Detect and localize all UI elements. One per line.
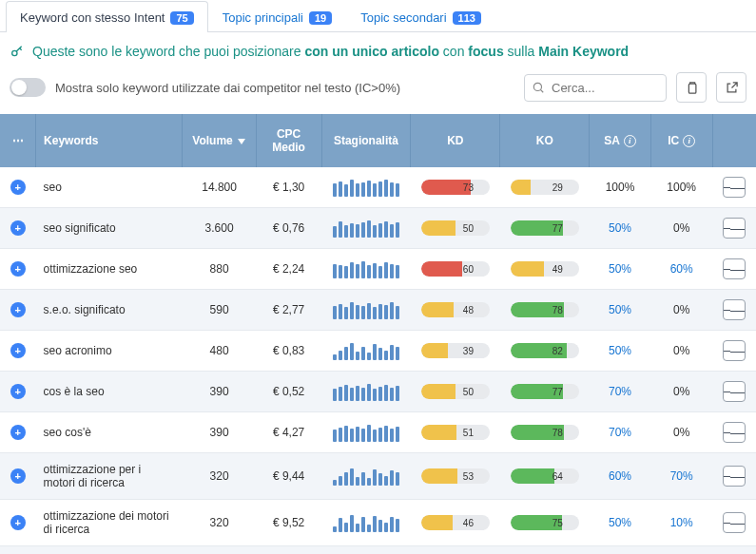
ko-cell: 77 bbox=[500, 372, 590, 412]
ic-cell: 100% bbox=[650, 167, 712, 208]
table-row: +seo significato3.600€ 0,76507750%0% bbox=[0, 208, 756, 249]
expand-row-button[interactable]: + bbox=[10, 302, 26, 317]
clipboard-icon bbox=[685, 81, 699, 95]
keyword-cell: ottimizzazione per i motori di ricerca bbox=[36, 453, 183, 500]
col-expand[interactable]: ⋯ bbox=[0, 114, 36, 167]
table-row: +s.e.o. significato590€ 2,77487850%0% bbox=[0, 290, 756, 331]
table-row: +seo cos'è390€ 4,27517870%0% bbox=[0, 412, 756, 453]
volume-cell: 320 bbox=[183, 546, 256, 555]
row-menu-button[interactable] bbox=[723, 177, 746, 198]
kd-cell: 50 bbox=[411, 208, 500, 249]
sa-cell[interactable]: 50% bbox=[590, 331, 651, 372]
col-cpc[interactable]: CPC Medio bbox=[256, 114, 321, 167]
row-menu-button[interactable] bbox=[723, 340, 746, 361]
row-menu-button[interactable] bbox=[723, 422, 746, 443]
col-actions bbox=[712, 114, 756, 167]
col-season[interactable]: Stagionalità bbox=[321, 114, 411, 167]
ic-cell[interactable]: 10% bbox=[650, 500, 712, 546]
cpc-cell: € 9,52 bbox=[256, 546, 321, 555]
row-menu-button[interactable] bbox=[723, 512, 746, 533]
expand-row-button[interactable]: + bbox=[10, 515, 26, 530]
seasonality-cell bbox=[321, 331, 411, 372]
ic-cell: 0% bbox=[650, 372, 712, 412]
expand-row-button[interactable]: + bbox=[10, 180, 26, 195]
col-volume[interactable]: Volume bbox=[183, 114, 256, 167]
tab-label: Topic principali bbox=[223, 10, 303, 25]
row-menu-button[interactable] bbox=[723, 381, 746, 402]
sa-cell[interactable]: 50% bbox=[590, 249, 651, 290]
ic-cell: 0% bbox=[650, 331, 712, 372]
volume-cell: 480 bbox=[183, 331, 256, 372]
ko-cell: 82 bbox=[500, 331, 590, 372]
sa-cell[interactable]: 70% bbox=[590, 412, 651, 453]
seasonality-cell bbox=[321, 290, 411, 331]
sa-cell[interactable]: 60% bbox=[590, 453, 651, 500]
row-menu-button[interactable] bbox=[723, 218, 746, 239]
sa-cell[interactable]: 70% bbox=[590, 372, 651, 412]
search-wrap bbox=[524, 74, 667, 102]
kd-cell: 46 bbox=[411, 500, 500, 546]
expand-row-button[interactable]: + bbox=[10, 261, 26, 277]
copy-button[interactable] bbox=[676, 72, 707, 103]
tab-badge: 113 bbox=[453, 11, 481, 25]
tab-badge: 75 bbox=[170, 11, 193, 25]
kd-cell: 53 bbox=[411, 453, 500, 500]
info-icon: i bbox=[683, 135, 695, 147]
cpc-cell: € 9,44 bbox=[256, 453, 321, 500]
tab-0[interactable]: Keyword con stesso Intent75 bbox=[6, 1, 208, 32]
kd-cell: 73 bbox=[411, 167, 500, 208]
kd-cell: 50 bbox=[411, 372, 500, 412]
export-button[interactable] bbox=[716, 72, 746, 103]
ic-cell: 0% bbox=[650, 208, 712, 249]
seasonality-cell bbox=[321, 546, 411, 555]
volume-cell: 320 bbox=[183, 453, 256, 500]
tab-badge: 19 bbox=[309, 11, 332, 25]
table-row: +ottimizzazione motori di ricerca320€ 9,… bbox=[0, 546, 756, 555]
row-menu-button[interactable] bbox=[723, 466, 746, 487]
tab-1[interactable]: Topic principali19 bbox=[208, 1, 347, 32]
ic-cell: 0% bbox=[650, 412, 712, 453]
sa-cell[interactable]: 50% bbox=[590, 290, 651, 331]
expand-row-button[interactable]: + bbox=[10, 343, 26, 358]
keyword-cell: cos è la seo bbox=[36, 372, 183, 412]
kd-cell: 39 bbox=[411, 331, 500, 372]
kd-cell: 48 bbox=[411, 546, 500, 555]
sa-cell[interactable]: 50% bbox=[590, 546, 651, 555]
table-row: +seo14.800€ 1,307329100%100% bbox=[0, 167, 756, 208]
info-banner: Queste sono le keyword che puoi posizion… bbox=[0, 32, 756, 68]
col-ic[interactable]: ICi bbox=[650, 114, 712, 167]
competitor-filter-toggle[interactable] bbox=[10, 78, 46, 97]
ic-cell: 0% bbox=[650, 546, 712, 555]
sa-cell[interactable]: 50% bbox=[590, 500, 651, 546]
col-sa[interactable]: SAi bbox=[590, 114, 651, 167]
expand-row-button[interactable]: + bbox=[10, 425, 26, 440]
expand-row-button[interactable]: + bbox=[10, 468, 26, 484]
kd-cell: 48 bbox=[411, 290, 500, 331]
svg-point-1 bbox=[533, 83, 541, 90]
ic-cell[interactable]: 60% bbox=[650, 249, 712, 290]
tab-2[interactable]: Topic secondari113 bbox=[346, 1, 495, 32]
seasonality-cell bbox=[321, 412, 411, 453]
volume-cell: 14.800 bbox=[183, 167, 256, 208]
ic-cell[interactable]: 70% bbox=[650, 453, 712, 500]
ko-cell: 77 bbox=[500, 208, 590, 249]
keyword-cell: seo significato bbox=[36, 208, 183, 249]
volume-cell: 390 bbox=[183, 412, 256, 453]
volume-cell: 880 bbox=[183, 249, 256, 290]
ko-cell: 78 bbox=[500, 412, 590, 453]
sa-cell: 100% bbox=[590, 167, 651, 208]
sa-cell[interactable]: 50% bbox=[590, 208, 651, 249]
search-input[interactable] bbox=[524, 74, 667, 102]
expand-row-button[interactable]: + bbox=[10, 220, 26, 236]
expand-row-button[interactable]: + bbox=[10, 384, 26, 399]
col-ko[interactable]: KO bbox=[500, 114, 590, 167]
col-keywords[interactable]: Keywords bbox=[36, 114, 183, 167]
col-kd[interactable]: KD bbox=[411, 114, 500, 167]
row-menu-button[interactable] bbox=[723, 299, 746, 320]
keyword-cell: seo acronimo bbox=[36, 331, 183, 372]
row-menu-button[interactable] bbox=[723, 258, 746, 279]
volume-cell: 590 bbox=[183, 290, 256, 331]
keyword-cell: seo cos'è bbox=[36, 412, 183, 453]
toggle-label: Mostra solo keyword utilizzate dai compe… bbox=[55, 81, 514, 95]
cpc-cell: € 2,77 bbox=[256, 290, 321, 331]
